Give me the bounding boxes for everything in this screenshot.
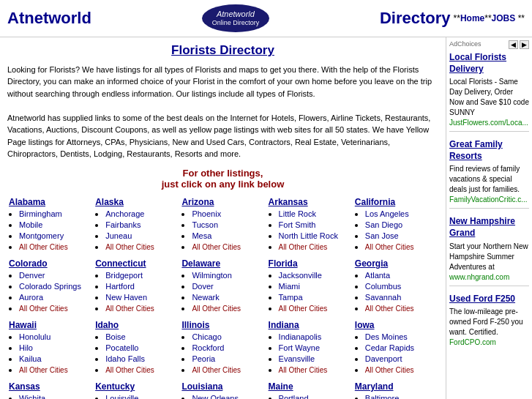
city-link[interactable]: Wichita	[19, 394, 45, 399]
sidebar-section-title-0[interactable]: Local Florists Delivery	[449, 52, 506, 74]
city-link[interactable]: Atlanta	[365, 271, 390, 280]
city-link[interactable]: Phoenix	[192, 209, 221, 218]
city-link[interactable]: Montgomery	[19, 231, 64, 240]
city-link[interactable]: All Other Cities	[105, 366, 154, 374]
state-name-arkansas[interactable]: Arkansas	[269, 197, 308, 207]
state-name-connecticut[interactable]: Connecticut	[95, 258, 146, 269]
city-link[interactable]: Indianapolis	[279, 332, 322, 341]
city-link[interactable]: Savannah	[365, 293, 402, 302]
city-link[interactable]: Birmingham	[19, 209, 62, 218]
city-link[interactable]: Peoria	[192, 354, 215, 363]
city-link[interactable]: Idaho Falls	[105, 354, 145, 363]
city-link[interactable]: Juneau	[105, 231, 132, 240]
state-name-kansas[interactable]: Kansas	[9, 381, 40, 392]
city-link[interactable]: Mesa	[192, 231, 211, 240]
city-link[interactable]: All Other Cities	[279, 305, 328, 313]
city-link[interactable]: All Other Cities	[105, 243, 154, 251]
ad-prev-button[interactable]: ◀	[509, 40, 518, 49]
city-link[interactable]: Mobile	[19, 220, 42, 229]
state-name-kentucky[interactable]: Kentucky	[95, 381, 135, 392]
state-name-illinois[interactable]: Illinois	[181, 320, 209, 330]
city-link[interactable]: Colorado Springs	[19, 282, 81, 291]
city-link[interactable]: Hilo	[19, 343, 33, 352]
state-name-louisiana[interactable]: Louisiana	[181, 381, 222, 392]
state-name-colorado[interactable]: Colorado	[9, 258, 48, 269]
city-link[interactable]: Hartford	[105, 282, 135, 291]
city-link[interactable]: Fairbanks	[105, 220, 141, 229]
city-link[interactable]: All Other Cities	[19, 243, 68, 251]
city-link[interactable]: Denver	[19, 271, 45, 280]
city-link[interactable]: Tampa	[279, 293, 303, 302]
sidebar-section-title-3[interactable]: Used Ford F250	[449, 294, 515, 304]
city-link[interactable]: Baltimore	[365, 394, 399, 399]
city-link[interactable]: All Other Cities	[365, 366, 414, 374]
city-link[interactable]: San Jose	[365, 231, 399, 240]
city-link[interactable]: Tucson	[192, 220, 218, 229]
city-link[interactable]: Rockford	[192, 343, 224, 352]
city-link[interactable]: Louisville	[105, 394, 138, 399]
state-name-florida[interactable]: Florida	[269, 258, 298, 269]
state-name-indiana[interactable]: Indiana	[269, 320, 299, 330]
city-link[interactable]: North Little Rock	[279, 231, 338, 240]
list-item: Peoria	[192, 354, 263, 364]
city-link[interactable]: New Orleans	[192, 394, 239, 399]
state-name-alabama[interactable]: Alabama	[9, 197, 45, 207]
state-name-california[interactable]: California	[355, 197, 395, 207]
city-link[interactable]: All Other Cities	[19, 305, 68, 313]
city-link[interactable]: All Other Cities	[279, 366, 328, 374]
sidebar-section-title-2[interactable]: New Hampshire Grand	[449, 216, 515, 238]
city-link[interactable]: Wilmington	[192, 271, 231, 280]
city-link[interactable]: All Other Cities	[105, 305, 154, 313]
city-link[interactable]: Portland	[279, 394, 309, 399]
city-link[interactable]: Little Rock	[279, 209, 316, 218]
city-link[interactable]: Jacksonville	[279, 271, 322, 280]
city-link[interactable]: Fort Wayne	[279, 343, 320, 352]
city-link[interactable]: Des Moines	[365, 332, 408, 341]
home-link[interactable]: Home	[460, 13, 484, 23]
sidebar-section-link-1[interactable]: FamilyVacationCritic.c...	[449, 195, 528, 204]
city-link[interactable]: Dover	[192, 282, 213, 291]
state-name-iowa[interactable]: Iowa	[355, 320, 375, 330]
city-link[interactable]: Honolulu	[19, 332, 50, 341]
city-link[interactable]: All Other Cities	[279, 243, 328, 251]
city-link[interactable]: Boise	[105, 332, 126, 341]
state-name-maryland[interactable]: Maryland	[355, 381, 394, 392]
city-link[interactable]: Aurora	[19, 293, 43, 302]
city-link[interactable]: Miami	[279, 282, 300, 291]
city-link[interactable]: Anchorage	[105, 209, 144, 218]
city-link[interactable]: Newark	[192, 293, 219, 302]
city-link[interactable]: Davenport	[365, 354, 402, 363]
city-link[interactable]: Chicago	[192, 332, 221, 341]
city-link[interactable]: All Other Cities	[19, 366, 68, 374]
city-link[interactable]: Pocatello	[105, 343, 138, 352]
city-link[interactable]: Columbus	[365, 282, 402, 291]
city-link[interactable]: Fort Smith	[279, 220, 316, 229]
jobs-link[interactable]: JOBS	[492, 13, 516, 23]
state-name-georgia[interactable]: Georgia	[355, 258, 388, 269]
state-name-idaho[interactable]: Idaho	[95, 320, 119, 330]
city-link[interactable]: New Haven	[105, 293, 147, 302]
city-link[interactable]: San Diego	[365, 220, 402, 229]
city-link[interactable]: All Other Cities	[192, 366, 241, 374]
sidebar-section-link-0[interactable]: JustFlowers.com/Loca...	[449, 119, 528, 127]
state-name-arizona[interactable]: Arizona	[181, 197, 214, 207]
city-link[interactable]: All Other Cities	[192, 243, 241, 251]
sidebar-section-link-2[interactable]: www.nhgrand.com	[449, 273, 509, 281]
sidebar-section-title-1[interactable]: Great Family Resorts	[449, 139, 503, 161]
city-link[interactable]: Los Angeles	[365, 209, 409, 218]
city-link[interactable]: All Other Cities	[192, 305, 241, 313]
list-item: All Other Cities	[105, 242, 177, 252]
city-link[interactable]: All Other Cities	[365, 305, 414, 313]
state-name-maine[interactable]: Maine	[269, 381, 293, 392]
city-link[interactable]: Bridgeport	[105, 271, 143, 280]
city-link[interactable]: Evansville	[279, 354, 315, 363]
city-link[interactable]: Cedar Rapids	[365, 343, 414, 352]
city-link[interactable]: Kailua	[19, 354, 42, 363]
sidebar-section-link-3[interactable]: FordCPO.com	[449, 338, 496, 346]
state-name-alaska[interactable]: Alaska	[95, 197, 124, 207]
state-name-delaware[interactable]: Delaware	[181, 258, 220, 269]
state-name-hawaii[interactable]: Hawaii	[9, 320, 37, 330]
ad-next-button[interactable]: ▶	[520, 40, 529, 49]
ad-choices-bar: AdChoices ◀ ▶	[449, 40, 529, 49]
city-link[interactable]: All Other Cities	[365, 243, 414, 251]
